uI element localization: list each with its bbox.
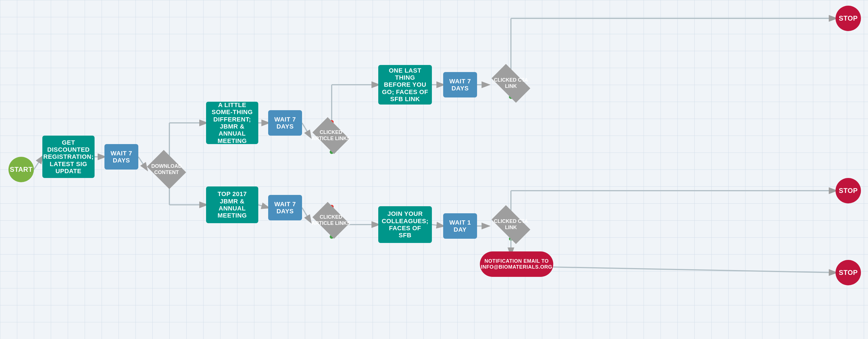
clicked-article-2-label: CLICKED ARTICLE LINKS <box>308 203 354 237</box>
wait7-3-node: WAIT 7 DAYS <box>268 195 302 220</box>
wait7-4-label: WAIT 7 DAYS <box>443 78 477 92</box>
clicked-cta-2-label: CLICKED CTA LINK <box>486 209 536 240</box>
clicked-article-1-label: CLICKED ARTICLE LINKS <box>308 119 354 152</box>
clicked-article-2-node: CLICKED ARTICLE LINKS <box>308 203 354 237</box>
download-content-label: DOWNLOAD CONTENT <box>144 152 189 187</box>
clicked-cta-2-node: CLICKED CTA LINK <box>486 209 536 240</box>
download-content-node: DOWNLOAD CONTENT <box>144 152 189 187</box>
join-colleagues-node: JOIN YOUR COLLEAGUES; FACES OF SFB <box>378 206 432 243</box>
start-node: START <box>8 157 34 182</box>
wait7-2-node: WAIT 7 DAYS <box>268 110 302 136</box>
clicked-cta-1-label: CLICKED CTA LINK <box>486 68 536 99</box>
clicked-cta-1-node: CLICKED CTA LINK <box>486 68 536 99</box>
wait7-3-label: WAIT 7 DAYS <box>268 201 302 215</box>
notification-node: NOTIFICATION EMAIL TO INFO@BIOMATERIALS.… <box>480 251 553 277</box>
top2017-node: TOP 2017 JBMR & ANNUAL MEETING <box>206 187 258 223</box>
notification-label: NOTIFICATION EMAIL TO INFO@BIOMATERIALS.… <box>481 258 552 270</box>
join-colleagues-label: JOIN YOUR COLLEAGUES; FACES OF SFB <box>382 210 429 239</box>
little-something-label: A LITTLE SOME-THING DIFFERENT; JBMR & AN… <box>210 102 255 144</box>
stop3-node: STOP <box>836 260 861 285</box>
wait7-4-node: WAIT 7 DAYS <box>443 72 477 97</box>
one-last-label: ONE LAST THING BEFORE YOU GO; FACES OF S… <box>382 67 429 103</box>
wait7-1-label: WAIT 7 DAYS <box>104 150 138 164</box>
little-something-node: A LITTLE SOME-THING DIFFERENT; JBMR & AN… <box>206 102 258 144</box>
start-label: START <box>10 166 33 173</box>
top2017-label: TOP 2017 JBMR & ANNUAL MEETING <box>210 190 255 219</box>
clicked-article-1-node: CLICKED ARTICLE LINKS <box>308 119 354 152</box>
stop2-label: STOP <box>839 187 858 195</box>
get-discounted-node: GET DISCOUNTED REGISTRATION; LATEST SIG … <box>42 136 95 178</box>
wait7-1-node: WAIT 7 DAYS <box>104 144 138 169</box>
get-discounted-label: GET DISCOUNTED REGISTRATION; LATEST SIG … <box>43 139 93 175</box>
wait1-day-node: WAIT 1 DAY <box>443 213 477 239</box>
stop1-node: STOP <box>836 6 861 31</box>
stop3-label: STOP <box>839 269 858 277</box>
one-last-node: ONE LAST THING BEFORE YOU GO; FACES OF S… <box>378 65 432 105</box>
stop2-node: STOP <box>836 178 861 203</box>
wait1-day-label: WAIT 1 DAY <box>443 219 477 233</box>
wait7-2-label: WAIT 7 DAYS <box>268 116 302 130</box>
stop1-label: STOP <box>839 15 858 22</box>
